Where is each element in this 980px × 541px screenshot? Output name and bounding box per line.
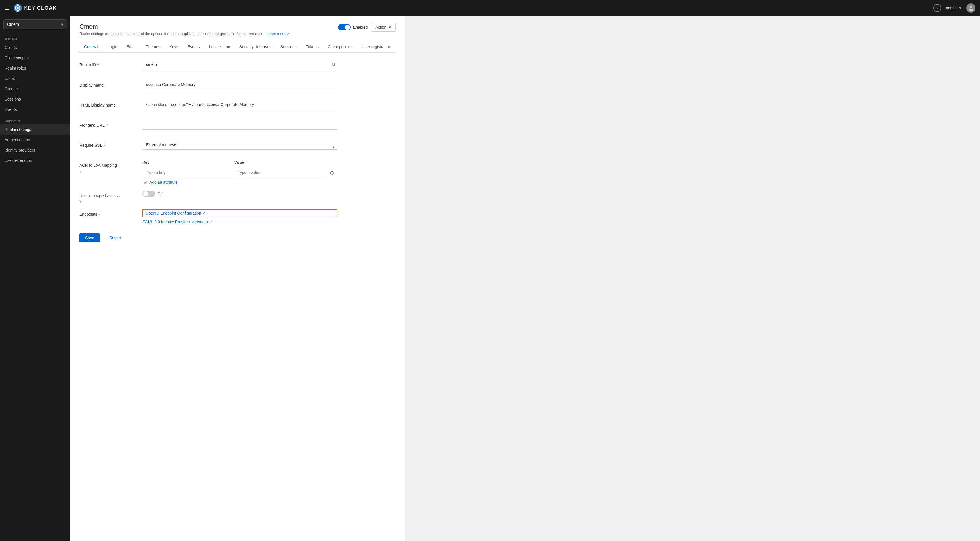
sidebar: Cmem ▾ Manage Clients Client scopes Real… [0, 16, 70, 541]
tab-security-defenses[interactable]: Security defenses [235, 41, 276, 53]
revert-button[interactable]: Revert [103, 233, 127, 243]
page-header-right: Enabled Action ▼ [338, 23, 396, 32]
display-name-row: Display name [80, 80, 337, 94]
page-layout: Cmem ▾ Manage Clients Client scopes Real… [0, 16, 980, 541]
realm-id-input[interactable] [143, 60, 330, 69]
acr-value-input[interactable] [234, 168, 324, 178]
sidebar-item-users[interactable]: Users [0, 73, 70, 84]
avatar[interactable] [966, 3, 975, 13]
acr-kv-row: ⊖ [143, 168, 337, 178]
add-attribute-label: Add an attribute [150, 180, 178, 184]
tab-sessions[interactable]: Sessions [276, 41, 301, 53]
main-content: Cmem Realm settings are settings that co… [70, 16, 405, 541]
action-dropdown-icon: ▼ [388, 25, 391, 29]
sidebar-item-realm-roles[interactable]: Realm roles [0, 63, 70, 73]
realm-id-control: ⧉ [143, 60, 337, 74]
endpoints-row: Endpoints ? OpenID Endpoint Configuratio… [80, 209, 337, 224]
tab-localization[interactable]: Localization [204, 41, 235, 53]
tab-general[interactable]: General [80, 41, 103, 53]
learn-more-link[interactable]: Learn more ↗ [267, 32, 290, 36]
user-managed-label: User-managed access ? [80, 190, 143, 203]
user-menu[interactable]: admin ▼ [946, 6, 962, 10]
display-name-input[interactable] [143, 80, 337, 89]
html-display-name-row: HTML Display name [80, 100, 337, 114]
sidebar-item-events[interactable]: Events [0, 104, 70, 114]
enabled-toggle[interactable] [338, 24, 351, 30]
require-ssl-select[interactable]: None External requests All requests [143, 140, 337, 149]
sidebar-item-user-federation[interactable]: User federation [0, 155, 70, 166]
openid-endpoint-link[interactable]: OpenID Endpoint Configuration ↗ [143, 209, 337, 217]
sidebar-item-realm-settings[interactable]: Realm settings [0, 124, 70, 135]
hamburger-icon[interactable]: ☰ [5, 5, 10, 11]
app-logo: KEYCLOAK [13, 3, 57, 13]
endpoints-help-icon[interactable]: ? [99, 212, 100, 216]
enabled-toggle-area: Enabled [338, 24, 368, 30]
action-label: Action [375, 25, 387, 30]
frontend-url-row: Frontend URL ? [80, 120, 337, 134]
require-ssl-label: Require SSL ? [80, 140, 143, 148]
add-attribute-button[interactable]: ⊕ Add an attribute [143, 180, 337, 185]
key-header: Key [143, 160, 232, 166]
general-form: Realm ID * ⧉ Display name [80, 60, 337, 243]
frontend-url-label: Frontend URL ? [80, 120, 143, 127]
html-display-name-input[interactable] [143, 100, 337, 109]
add-circle-icon: ⊕ [143, 180, 148, 185]
require-ssl-control: None External requests All requests [143, 140, 337, 154]
sidebar-item-clients[interactable]: Clients [0, 43, 70, 53]
tab-email[interactable]: Email [122, 41, 141, 53]
value-header: Value [234, 160, 324, 166]
help-button[interactable]: ? [933, 4, 941, 12]
logo-key-text: KEY [24, 5, 35, 11]
tab-client-policies[interactable]: Client policies [323, 41, 357, 53]
require-ssl-help-icon[interactable]: ? [103, 143, 105, 147]
user-managed-control: Off [143, 190, 337, 197]
page-header: Cmem Realm settings are settings that co… [80, 23, 396, 36]
realm-id-label: Realm ID * [80, 60, 143, 67]
manage-section-label: Manage [0, 33, 70, 43]
configure-section-label: Configure [0, 114, 70, 124]
user-dropdown-icon: ▼ [958, 6, 962, 10]
display-name-control [143, 80, 337, 94]
sidebar-item-authentication[interactable]: Authentication [0, 135, 70, 145]
user-managed-toggle[interactable] [143, 190, 155, 197]
frontend-url-help-icon[interactable]: ? [106, 123, 108, 127]
tab-themes[interactable]: Themes [141, 41, 165, 53]
tab-login[interactable]: Login [103, 41, 122, 53]
user-managed-toggle-row: Off [143, 190, 337, 197]
svg-point-6 [969, 9, 973, 11]
username-label: admin [946, 6, 957, 10]
acr-key-input[interactable] [143, 168, 232, 178]
saml-external-icon: ↗ [209, 220, 212, 224]
tab-keys[interactable]: Keys [165, 41, 183, 53]
logo-cloak-text: CLOAK [37, 5, 57, 11]
svg-point-5 [970, 6, 972, 8]
realm-name: Cmem [7, 22, 19, 27]
html-display-name-label: HTML Display name [80, 100, 143, 108]
acr-kv-headers: Key Value [143, 160, 337, 166]
copy-icon[interactable]: ⧉ [330, 60, 337, 69]
endpoints-links: OpenID Endpoint Configuration ↗ SAML 2.0… [143, 209, 337, 224]
navbar-right: ? admin ▼ [933, 3, 975, 13]
acr-loa-help-icon[interactable]: ? [80, 169, 81, 173]
keycloak-logo-icon [13, 3, 22, 13]
realm-selector[interactable]: Cmem ▾ [3, 19, 67, 29]
enabled-label: Enabled [353, 25, 368, 30]
save-button[interactable]: Save [80, 233, 100, 243]
sidebar-item-groups[interactable]: Groups [0, 84, 70, 94]
user-managed-off-label: Off [158, 191, 162, 196]
tab-events[interactable]: Events [183, 41, 204, 53]
user-managed-help-icon[interactable]: ? [80, 199, 81, 203]
page-header-left: Cmem Realm settings are settings that co… [80, 23, 290, 36]
action-button[interactable]: Action ▼ [371, 23, 396, 32]
frontend-url-input[interactable] [143, 120, 337, 130]
sidebar-item-identity-providers[interactable]: Identity providers [0, 145, 70, 155]
sidebar-item-sessions[interactable]: Sessions [0, 94, 70, 104]
saml-endpoint-link[interactable]: SAML 2.0 Identity Provider Metadata ↗ [143, 219, 337, 224]
openid-external-icon: ↗ [202, 211, 205, 215]
tab-user-registration[interactable]: User registration [357, 41, 396, 53]
tabs-bar: General Login Email Themes Keys Events L… [80, 41, 396, 53]
tab-tokens[interactable]: Tokens [301, 41, 323, 53]
sidebar-item-client-scopes[interactable]: Client scopes [0, 53, 70, 63]
svg-point-2 [17, 7, 19, 9]
remove-attribute-button[interactable]: ⊖ [326, 168, 337, 178]
